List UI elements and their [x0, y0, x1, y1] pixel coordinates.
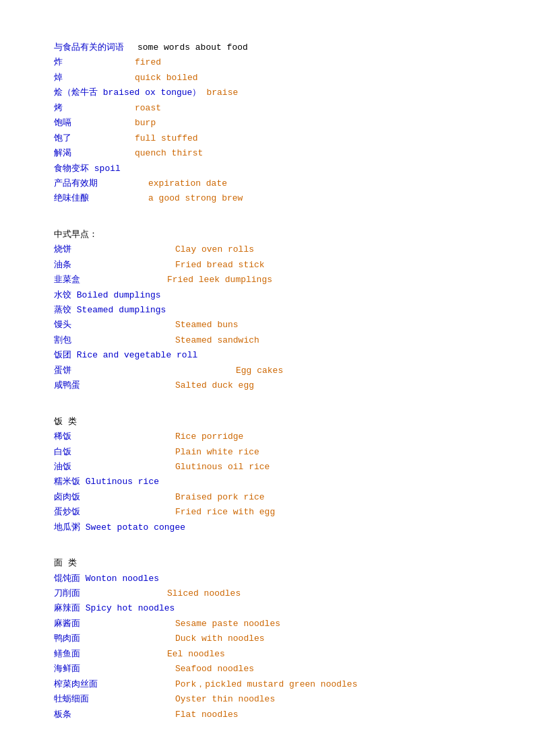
row-digua: 地瓜粥 Sweet potato congee [54, 520, 481, 535]
section-rice-title: 饭 类 [54, 415, 481, 429]
row-muli: 牡蛎细面 Oyster thin noodles [54, 692, 481, 706]
section-breakfast: 中式早点： 烧饼 Clay oven rolls 油条 Fried bread … [54, 228, 481, 393]
row-danbing: 蛋饼 Egg cakes [54, 364, 481, 378]
row-lurou: 卤肉饭 Braised pork rice [54, 490, 481, 504]
row-yarou: 鸭肉面 Duck with noodles [54, 631, 481, 646]
row-zhengjiao: 蒸饺 Steamed dumplings [54, 303, 481, 317]
section-rice: 饭 类 稀饭 Rice porridge 白饭 Plain white rice… [54, 415, 481, 535]
row-chaodan: 蛋炒饭 Fried rice with egg [54, 505, 481, 519]
row-baifan: 白饭 Plain white rice [54, 445, 481, 459]
row-jieke: 解渴 quench thirst [54, 146, 481, 160]
row-nuomifan: 糯米饭 Glutinous rice [54, 475, 481, 489]
section-breakfast-title: 中式早点： [54, 228, 481, 242]
page-content: 与食品有关的词语 some words about food 炸 fired 焯… [54, 40, 481, 722]
row-youfan: 油饭 Glutinous oil rice [54, 460, 481, 474]
row-shanyu: 鳝鱼面 Eel noodles [54, 647, 481, 661]
row-gebao: 割包 Steamed sandwich [54, 333, 481, 347]
row-hui: 烩（烩牛舌 braised ox tongue） braise [54, 85, 481, 100]
row-huntun: 馄饨面 Wonton noodles [54, 572, 481, 586]
row-bantiao: 板条 Flat noodles [54, 708, 481, 722]
row-xianya: 咸鸭蛋 Salted duck egg [54, 378, 481, 392]
row-daoxiao: 刀削面 Sliced noodles [54, 586, 481, 600]
section-intro-title-zh: 与食品有关的词语 [54, 40, 135, 55]
row-chao: 焯 quick boiled [54, 71, 481, 85]
row-shuijiao: 水饺 Boiled dumplings [54, 288, 481, 302]
row-jiucaige: 韭菜盒 Fried leek dumplings [54, 273, 481, 287]
row-baole: 饱了 full stuffed [54, 131, 481, 145]
row-haixian: 海鲜面 Seafood noodles [54, 662, 481, 676]
row-zha: 炸 fired [54, 55, 481, 69]
row-shipin: 食物变坏 spoil [54, 162, 481, 176]
section-noodles: 面 类 馄饨面 Wonton noodles 刀削面 Sliced noodle… [54, 556, 481, 722]
row-baoge: 饱嗝 burp [54, 116, 481, 130]
row-majiang: 麻酱面 Sesame paste noodles [54, 617, 481, 631]
section-intro: 与食品有关的词语 some words about food 炸 fired 焯… [54, 40, 481, 206]
row-juewei: 绝味佳酿 a good strong brew [54, 191, 481, 205]
row-kao: 烤 roast [54, 101, 481, 115]
row-chanpin: 产品有效期 expiration date [54, 176, 481, 191]
row-fantuan: 饭团 Rice and vegetable roll [54, 348, 481, 362]
row-shaobing: 烧饼 Clay oven rolls [54, 242, 481, 256]
row-xifan: 稀饭 Rice porridge [54, 429, 481, 444]
row-mala: 麻辣面 Spicy hot noodles [54, 601, 481, 615]
section-noodles-title: 面 类 [54, 556, 481, 570]
row-mantou: 馒头 Steamed buns [54, 318, 481, 332]
row-youtiao: 油条 Fried bread stick [54, 258, 481, 272]
row-zhacai: 榨菜肉丝面 Pork，pickled mustard green noodles [54, 677, 481, 691]
section-intro-title: 与食品有关的词语 some words about food [54, 40, 481, 55]
